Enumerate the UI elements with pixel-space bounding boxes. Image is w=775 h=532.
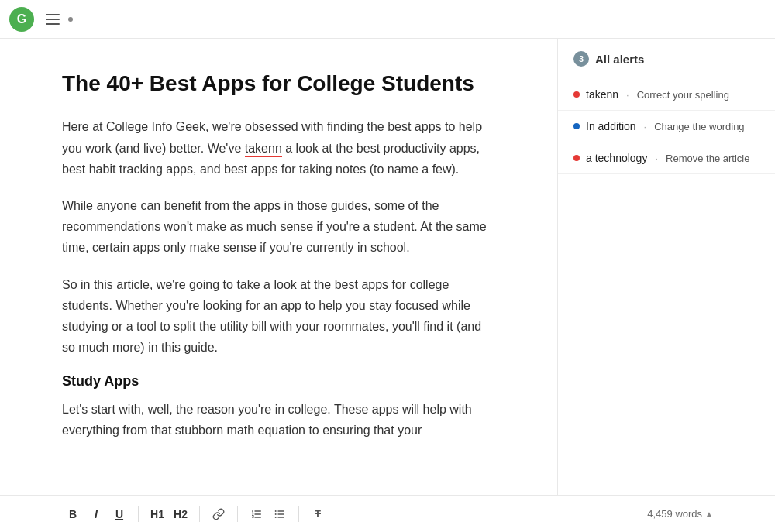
alert-description-1: Correct your spelling (637, 89, 729, 101)
svg-point-8 (275, 517, 277, 518)
top-toolbar: G (0, 0, 775, 39)
alert-separator-3: · (655, 153, 658, 164)
link-icon (212, 508, 225, 520)
alert-separator-2: · (644, 121, 647, 132)
format-divider-4 (298, 506, 299, 522)
alert-item-3[interactable]: a technology · Remove the article (558, 142, 775, 174)
menu-icon[interactable] (42, 9, 64, 30)
format-divider-2 (199, 506, 200, 522)
h2-button[interactable]: H2 (170, 503, 191, 525)
ol-button[interactable] (246, 503, 267, 525)
app-logo[interactable]: G (9, 7, 34, 32)
alert-item-2[interactable]: In addition · Change the wording (558, 111, 775, 142)
subheading: Study Apps (62, 373, 495, 390)
format-divider-3 (237, 506, 238, 522)
format-toolbar: B I U H1 H2 (0, 495, 775, 532)
alert-dot-1 (574, 91, 580, 98)
word-count-caret: ▲ (705, 510, 713, 518)
alert-word-3: a technology (586, 152, 647, 164)
svg-point-6 (275, 510, 277, 512)
alert-word-2: In addition (586, 120, 636, 132)
alerts-header: 3 All alerts (558, 51, 775, 79)
alert-description-3: Remove the article (666, 153, 749, 164)
ul-icon (274, 508, 286, 520)
main-layout: The 40+ Best Apps for College Students H… (0, 39, 775, 495)
article-title: The 40+ Best Apps for College Students (62, 70, 495, 98)
clear-format-button[interactable]: T (307, 503, 329, 525)
paragraph-2: While anyone can benefit from the apps i… (62, 195, 495, 259)
link-button[interactable] (208, 503, 229, 525)
format-divider-1 (138, 506, 139, 522)
toolbar-dot (68, 17, 73, 22)
alert-dot-2 (574, 123, 580, 129)
alerts-panel: 3 All alerts takenn · Correct your spell… (558, 39, 775, 495)
format-toolbar-left: B I U H1 H2 (62, 503, 329, 525)
alert-word-1: takenn (586, 88, 618, 101)
alerts-title: All alerts (595, 53, 644, 66)
alerts-count-badge: 3 (574, 51, 589, 67)
underline-button[interactable]: U (108, 503, 130, 525)
alert-item-1[interactable]: takenn · Correct your spelling (558, 79, 775, 111)
alert-dot-3 (574, 155, 580, 161)
svg-point-7 (275, 513, 277, 515)
h1-button[interactable]: H1 (146, 503, 168, 525)
alert-separator-1: · (626, 89, 629, 101)
subparagraph: Let's start with, well, the reason you'r… (62, 399, 495, 441)
paragraph-3: So in this article, we're going to take … (62, 274, 495, 359)
ol-icon (250, 508, 263, 520)
alert-description-2: Change the wording (654, 121, 744, 132)
editor-area[interactable]: The 40+ Best Apps for College Students H… (0, 39, 558, 495)
bold-button[interactable]: B (62, 503, 84, 525)
word-count: 4,459 words (647, 508, 702, 520)
format-toolbar-right: 4,459 words ▲ (647, 508, 713, 520)
ul-button[interactable] (269, 503, 291, 525)
italic-button[interactable]: I (85, 503, 107, 525)
misspelled-word: takenn (245, 142, 282, 157)
article-body: Here at College Info Geek, we're obsesse… (62, 116, 495, 441)
paragraph-1: Here at College Info Geek, we're obsesse… (62, 116, 495, 180)
